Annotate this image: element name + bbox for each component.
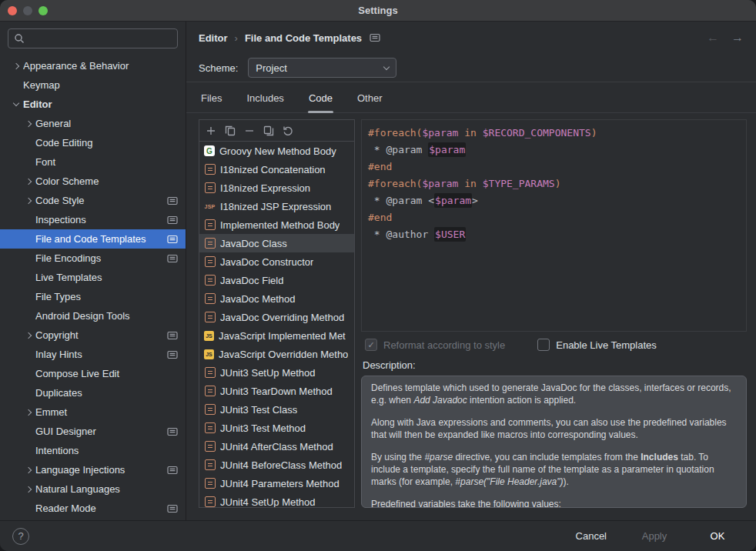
description-paragraph: Defines template which used to generate … bbox=[371, 382, 737, 406]
code-tab-content: GGroovy New Method BodyI18nized Concaten… bbox=[186, 113, 756, 520]
jsp-icon: JSP bbox=[204, 201, 216, 212]
tpl-icon bbox=[204, 367, 216, 379]
chevron-right-icon[interactable] bbox=[22, 199, 35, 203]
template-item-junit3-setup-method[interactable]: JUnit3 SetUp Method bbox=[199, 363, 354, 382]
add-icon[interactable] bbox=[202, 122, 219, 139]
template-editor[interactable]: #foreach($param in $RECORD_COMPONENTS) *… bbox=[361, 119, 747, 332]
sidebar-item-file-encodings[interactable]: File Encodings bbox=[0, 249, 186, 268]
sidebar-item-copyright[interactable]: Copyright bbox=[0, 326, 186, 345]
chevron-right-icon[interactable] bbox=[22, 487, 35, 492]
tab-includes[interactable]: Includes bbox=[246, 92, 284, 112]
template-item-javadoc-method[interactable]: JavaDoc Method bbox=[199, 289, 354, 308]
template-item-label: JUnit4 Parameters Method bbox=[220, 478, 340, 489]
ok-button[interactable]: OK bbox=[691, 526, 744, 547]
search-input[interactable] bbox=[28, 33, 172, 45]
settings-main: Editor › File and Code Templates ← → Sch… bbox=[186, 22, 756, 520]
sidebar-item-label: Android Design Tools bbox=[35, 310, 186, 322]
template-item-javadoc-constructor[interactable]: JavaDoc Constructor bbox=[199, 252, 354, 271]
forward-icon[interactable]: → bbox=[731, 31, 744, 45]
template-item-javadoc-field[interactable]: JavaDoc Field bbox=[199, 271, 354, 289]
revert-icon[interactable] bbox=[279, 122, 296, 139]
sidebar-item-android-design-tools[interactable]: Android Design Tools bbox=[0, 306, 186, 326]
cancel-button[interactable]: Cancel bbox=[565, 526, 617, 547]
sidebar-item-general[interactable]: General bbox=[0, 114, 186, 133]
sidebar-item-gui-designer[interactable]: GUI Designer bbox=[0, 422, 186, 441]
copy-icon[interactable] bbox=[222, 122, 239, 139]
checkbox-enable-live-templates[interactable]: Enable Live Templates bbox=[537, 339, 657, 351]
template-item-label: JUnit3 SetUp Method bbox=[220, 367, 316, 379]
template-item-implemented-method-body[interactable]: Implemented Method Body bbox=[199, 215, 354, 234]
sidebar-item-duplicates[interactable]: Duplicates bbox=[0, 383, 186, 402]
template-item-javadoc-class[interactable]: JavaDoc Class bbox=[199, 234, 354, 252]
chevron-down-icon[interactable] bbox=[9, 103, 23, 105]
checkbox-reformat-according-to-style[interactable]: ✓Reformat according to style bbox=[365, 339, 505, 351]
chevron-right-icon[interactable] bbox=[22, 468, 35, 473]
sidebar-item-live-templates[interactable]: Live Templates bbox=[0, 268, 186, 287]
tab-other[interactable]: Other bbox=[356, 92, 383, 112]
apply-button[interactable]: Apply bbox=[628, 526, 681, 547]
tpl-icon bbox=[204, 256, 216, 268]
template-item-junit4-afterclass-method[interactable]: JUnit4 AfterClass Method bbox=[199, 437, 354, 456]
close-button[interactable] bbox=[8, 6, 17, 15]
template-item-javascript-implemented-met[interactable]: JSJavaScript Implemented Met bbox=[199, 326, 354, 345]
zoom-button[interactable] bbox=[38, 6, 48, 15]
sidebar-item-compose-live-edit[interactable]: Compose Live Edit bbox=[0, 364, 186, 383]
remove-icon[interactable] bbox=[241, 122, 258, 139]
template-item-groovy-new-method-body[interactable]: GGroovy New Method Body bbox=[199, 142, 354, 160]
sidebar-item-label: General bbox=[35, 118, 186, 129]
chevron-right-icon[interactable] bbox=[22, 410, 35, 415]
template-item-junit3-test-class[interactable]: JUnit3 Test Class bbox=[199, 400, 354, 419]
sidebar-item-inlay-hints[interactable]: Inlay Hints bbox=[0, 345, 186, 364]
template-item-junit3-test-method[interactable]: JUnit3 Test Method bbox=[199, 419, 354, 437]
chevron-right-icon[interactable] bbox=[22, 122, 35, 126]
sidebar-item-code-style[interactable]: Code Style bbox=[0, 191, 186, 210]
duplicate-icon[interactable] bbox=[260, 122, 277, 139]
template-options: ✓Reformat according to styleEnable Live … bbox=[361, 332, 747, 358]
template-item-i18nized-concatenation[interactable]: I18nized Concatenation bbox=[199, 160, 354, 179]
template-item-junit3-teardown-method[interactable]: JUnit3 TearDown Method bbox=[199, 382, 354, 400]
breadcrumb-editor[interactable]: Editor bbox=[199, 32, 228, 44]
chevron-down-icon bbox=[383, 63, 390, 69]
chevron-right-icon[interactable] bbox=[9, 64, 23, 68]
help-button[interactable]: ? bbox=[12, 528, 29, 545]
template-item-junit4-beforeclass-method[interactable]: JUnit4 BeforeClass Method bbox=[199, 456, 354, 474]
template-item-i18nized-jsp-expression[interactable]: JSPI18nized JSP Expression bbox=[199, 197, 354, 215]
tab-code[interactable]: Code bbox=[308, 92, 333, 112]
sidebar-item-editor[interactable]: Editor bbox=[0, 95, 186, 114]
minimize-button[interactable] bbox=[23, 6, 32, 15]
chevron-right-icon[interactable] bbox=[22, 333, 35, 338]
template-item-javadoc-overriding-method[interactable]: JavaDoc Overriding Method bbox=[199, 308, 354, 326]
sidebar-item-reader-mode[interactable]: Reader Mode bbox=[0, 499, 186, 518]
sidebar-item-color-scheme[interactable]: Color Scheme bbox=[0, 172, 186, 191]
sidebar-item-font[interactable]: Font bbox=[0, 152, 186, 172]
sidebar-item-appearance-behavior[interactable]: Appearance & Behavior bbox=[0, 56, 186, 75]
template-item-junit4-parameters-method[interactable]: JUnit4 Parameters Method bbox=[199, 474, 354, 493]
sidebar-item-label: Emmet bbox=[35, 406, 186, 418]
sidebar-item-language-injections[interactable]: Language Injections bbox=[0, 460, 186, 479]
sidebar-item-emmet[interactable]: Emmet bbox=[0, 402, 186, 422]
checkbox-icon[interactable] bbox=[537, 339, 550, 351]
template-item-junit4-setup-method[interactable]: JUnit4 SetUp Method bbox=[199, 493, 354, 507]
template-item-javascript-overridden-metho[interactable]: JSJavaScript Overridden Metho bbox=[199, 345, 354, 363]
sidebar-item-keymap[interactable]: Keymap bbox=[0, 75, 186, 95]
template-list: GGroovy New Method BodyI18nized Concaten… bbox=[199, 142, 354, 507]
template-item-label: JavaDoc Field bbox=[220, 275, 283, 286]
chevron-right-icon[interactable] bbox=[22, 179, 35, 184]
sidebar-item-file-types[interactable]: File Types bbox=[0, 287, 186, 306]
sidebar-item-code-editing[interactable]: Code Editing bbox=[0, 133, 186, 152]
checkbox-icon[interactable]: ✓ bbox=[365, 339, 377, 351]
settings-search[interactable] bbox=[8, 28, 178, 48]
sidebar-item-inspections[interactable]: Inspections bbox=[0, 210, 186, 229]
sidebar-item-file-and-code-templates[interactable]: File and Code Templates bbox=[0, 229, 186, 249]
sidebar-item-label: Copyright bbox=[35, 329, 167, 341]
sidebar-item-intentions[interactable]: Intentions bbox=[0, 441, 186, 460]
tab-files[interactable]: Files bbox=[200, 92, 222, 112]
sidebar-item-label: Code Style bbox=[35, 195, 167, 206]
template-item-i18nized-expression[interactable]: I18nized Expression bbox=[199, 179, 354, 197]
template-tabs: FilesIncludesCodeOther bbox=[186, 82, 756, 113]
page-title: File and Code Templates bbox=[245, 32, 362, 44]
scheme-select[interactable]: Project bbox=[248, 58, 396, 78]
back-icon[interactable]: ← bbox=[707, 31, 719, 45]
sidebar-item-natural-languages[interactable]: Natural Languages bbox=[0, 479, 186, 499]
screen-icon bbox=[167, 427, 178, 436]
